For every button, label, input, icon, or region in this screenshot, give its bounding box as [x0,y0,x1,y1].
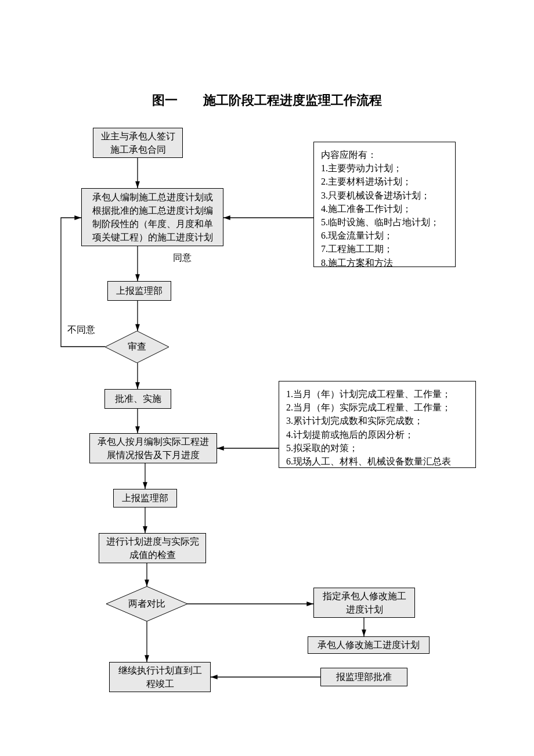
decision-review-label: 审查 [105,331,169,363]
node-report-approve: 报监理部批准 [320,668,407,686]
node-approve-implement: 批准、实施 [104,389,171,409]
node-monthly-report: 承包人按月编制实际工程进展情况报告及下月进度 [89,433,217,463]
decision-review: 审查 [105,331,169,363]
sidebox-plan-contents: 内容应附有： 1.主要劳动力计划； 2.主要材料进场计划； 3.只要机械设备进场… [313,142,456,267]
node-assign-revise: 指定承包人修改施工进度计划 [313,588,415,618]
node-compile-plan: 承包人编制施工总进度计划或根据批准的施工总进度计划编制阶段性的（年度、月度和单项… [81,188,223,246]
node-report-supervisor-2: 上报监理部 [113,489,177,507]
label-disagree: 不同意 [67,324,95,336]
node-check-progress: 进行计划进度与实际完成值的检查 [99,533,206,563]
diagram-title: 图一 施工阶段工程进度监理工作流程 [0,92,534,109]
connectors [0,0,534,756]
node-contractor-revise: 承包人修改施工进度计划 [308,636,430,654]
decision-compare: 两者对比 [106,586,187,621]
sidebox-report-contents: 1.当月（年）计划完成工程量、工作量； 2.当月（年）实际完成工程量、工作量； … [279,381,476,468]
label-agree: 同意 [173,252,192,264]
decision-compare-label: 两者对比 [106,586,187,621]
node-continue-execute: 继续执行计划直到工程竣工 [109,662,211,692]
node-report-supervisor-1: 上报监理部 [107,281,171,301]
node-sign-contract: 业主与承包人签订施工承包合同 [93,128,183,158]
